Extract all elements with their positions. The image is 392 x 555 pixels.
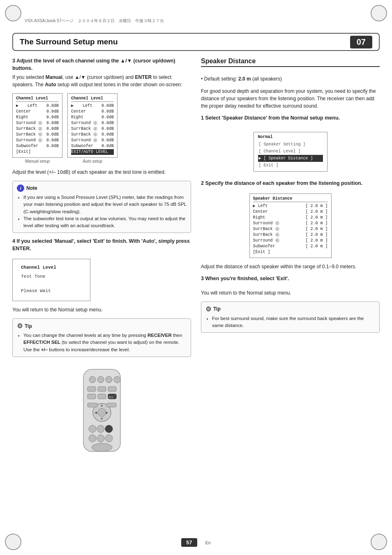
sd-row-exit: [Exit ]	[253, 249, 328, 255]
step3-heading-right: 3 When you're finished, select 'Exit'.	[201, 275, 380, 283]
sd-row-subwoofer: Subwoofer[ 2.0 m ]	[253, 244, 328, 249]
content-area: 3 Adjust the level of each channel using…	[12, 58, 380, 530]
page-footer: 57 En	[0, 538, 392, 547]
remote-container: RCV ▲ ▼ ◀ ▶	[12, 365, 191, 456]
normal-screen: Normal [ Speaker Setting ] [ Channel Lev…	[254, 132, 327, 172]
normal-row-speaker-setting: [ Speaker Setting ]	[258, 141, 323, 148]
svg-point-1	[89, 376, 96, 383]
sd-row-surrback-l: SurrBack ㊧[ 2.0 m ]	[253, 226, 328, 232]
tip-header-right: ⚙ Tip	[205, 305, 375, 313]
svg-rect-6	[98, 387, 106, 391]
wait-title: Channel Level	[21, 265, 82, 270]
svg-point-4	[114, 376, 120, 383]
wait-screen: Channel Level Test Tone Please Wait	[12, 259, 90, 301]
svg-rect-9	[98, 394, 106, 399]
page-title: The Surround Setup menu	[20, 37, 118, 46]
manual-screen-container: Channel Level Left0.0dB Center0.0dB Righ…	[12, 93, 62, 164]
speaker-distance-screen: Speaker Distance ▶ Left[ 2.0 m ] Center[…	[249, 193, 332, 258]
corner-decoration-tr	[371, 5, 387, 21]
step3-body-right: You will return to the Normal setup menu…	[201, 289, 380, 297]
svg-text:▲: ▲	[100, 403, 104, 407]
auto-row-surrback-l: SurrBack ㊧0.0dB	[71, 126, 114, 132]
step3-body2: Adjust the level (+/– 10dB) of each spea…	[12, 168, 191, 176]
default-setting: • Default setting: 2.0 m (all speakers)	[201, 75, 380, 83]
wait-row-test: Test Tone	[21, 273, 82, 281]
note-box: i Note If you are using a Sound Pressure…	[12, 181, 191, 233]
normal-row-exit: [ Exit ]	[258, 162, 323, 169]
auto-row-center: Center0.0dB	[71, 109, 114, 115]
svg-rect-18	[88, 403, 97, 407]
tip-header-left: ⚙ Tip	[17, 322, 187, 330]
svg-text:◀: ◀	[95, 411, 97, 415]
remote-svg: RCV ▲ ▼ ◀ ▶	[75, 365, 129, 456]
header-bar: The Surround Setup menu 07	[12, 33, 380, 51]
svg-point-23	[89, 435, 96, 442]
tip-list-right: For best surround sound, make sure the s…	[205, 315, 375, 329]
auto-row-exit-level: EXIT/AUTO LEVEL	[71, 149, 114, 155]
svg-rect-7	[108, 387, 116, 391]
sd-row-left: ▶ Left[ 2.0 m ]	[253, 203, 328, 209]
step3-heading: 3 Adjust the level of each channel using…	[12, 58, 191, 88]
intro-text: For good sound depth and separation from…	[201, 88, 380, 110]
manual-row-center: Center0.0dB	[16, 109, 59, 115]
wait-row-please: Please Wait	[21, 288, 82, 295]
page-number: 57	[181, 538, 197, 547]
left-column: 3 Adjust the level of each channel using…	[12, 58, 191, 530]
manual-screen: Channel Level Left0.0dB Center0.0dB Righ…	[12, 93, 62, 158]
page: VSX-AX5Ai.book 57ページ ２００４年６月２日 水曜日 午後３時２…	[0, 0, 392, 555]
normal-row-channel-level: [ Channel Level ]	[258, 148, 323, 155]
manual-row-right: Right0.0dB	[16, 115, 59, 120]
step4-body: You will return to the Normal setup menu…	[12, 306, 191, 313]
sd-row-surround-l: Surround ㊧[ 2.0 m ]	[253, 221, 328, 226]
manual-row-left: Left0.0dB	[16, 103, 59, 109]
section-title: Speaker Distance	[201, 58, 380, 67]
wait-screen-container: Channel Level Test Tone Please Wait	[12, 259, 191, 301]
wait-row-space	[21, 281, 82, 288]
right-column: Speaker Distance • Default setting: 2.0 …	[201, 58, 380, 530]
speaker-distance-screen-container: Speaker Distance ▶ Left[ 2.0 m ] Center[…	[201, 193, 380, 258]
channel-level-screens: Channel Level Left0.0dB Center0.0dB Righ…	[12, 93, 191, 164]
speaker-distance-title: Speaker Distance	[253, 196, 328, 202]
step2-body: Adjust the distance of each speaker with…	[201, 263, 380, 270]
step4-heading: 4 If you selected 'Manual', select 'Exit…	[12, 238, 191, 252]
svg-point-21	[97, 425, 104, 433]
auto-row-right: Right0.0dB	[71, 115, 114, 120]
svg-point-22	[105, 425, 113, 433]
note-item-1: If you are using a Sound Pressure Level …	[23, 194, 187, 215]
tip-item-left-1: You can change the channel levels at any…	[23, 332, 187, 353]
svg-rect-19	[106, 403, 116, 407]
auto-row-left: Left0.0dB	[71, 103, 114, 109]
auto-row-surrback-r: SurrBack ㊨0.0dB	[71, 132, 114, 138]
chapter-badge: 07	[350, 36, 372, 48]
svg-point-20	[89, 425, 96, 433]
tip-box-left: ⚙ Tip You can change the channel levels …	[12, 318, 191, 357]
tip-icon-right: ⚙	[205, 305, 211, 313]
sd-row-surrback-r: SurrBack ㊨[ 2.0 m ]	[253, 232, 328, 238]
step1-heading: 1 Select 'Speaker Distance' from the Nor…	[201, 115, 380, 122]
auto-screen: Channel Level Left0.0dB Center0.0dB Righ…	[67, 93, 118, 158]
tip-item-right-1: For best surround sound, make sure the s…	[212, 315, 375, 329]
normal-row-speaker-distance: ▶ [ Speaker Distance ]	[258, 155, 323, 162]
svg-rect-8	[88, 394, 96, 399]
manual-row-subwoofer: Subwoofer0.0dB	[16, 143, 59, 149]
auto-screen-label: Auto setup	[67, 159, 118, 164]
svg-point-24	[97, 435, 104, 442]
auto-row-surround-r: Surround ㊨0.0dB	[71, 138, 114, 143]
auto-screen-container: Channel Level Left0.0dB Center0.0dB Righ…	[67, 93, 118, 164]
note-header: i Note	[17, 184, 187, 192]
sd-row-right: Right[ 2.0 m ]	[253, 215, 328, 221]
meta-line: VSX-AX5Ai.book 57ページ ２００４年６月２日 水曜日 午後３時２…	[25, 18, 164, 24]
svg-text:▼: ▼	[100, 417, 104, 421]
auto-row-subwoofer: Subwoofer0.0dB	[71, 143, 114, 149]
manual-row-surrback-l: SurrBack ㊧0.0dB	[16, 126, 59, 132]
svg-point-25	[105, 435, 113, 442]
manual-row-surrback-r: SurrBack ㊨0.0dB	[16, 132, 59, 138]
svg-point-26	[92, 443, 112, 451]
tip-box-right: ⚙ Tip For best surround sound, make sure…	[201, 302, 380, 333]
corner-decoration-tl	[5, 5, 21, 21]
auto-row-surround-l: Surround ㊧0.0dB	[71, 120, 114, 126]
manual-row-surround-r: Surround ㊨0.0dB	[16, 138, 59, 143]
sd-row-center: Center[ 2.0 m ]	[253, 209, 328, 215]
manual-screen-title: Channel Level	[16, 96, 59, 102]
tip-icon-left: ⚙	[17, 322, 23, 330]
